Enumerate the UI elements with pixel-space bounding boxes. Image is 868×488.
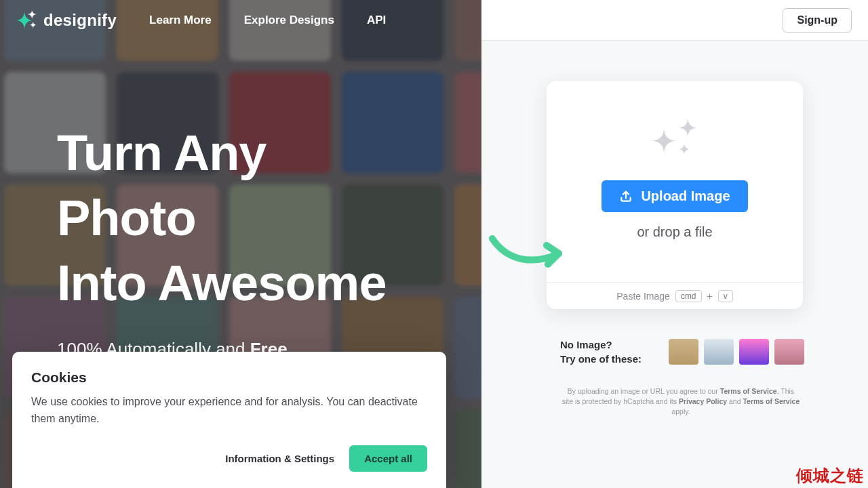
cookie-title: Cookies <box>31 369 427 386</box>
sample-thumb-2[interactable] <box>704 339 734 365</box>
logo[interactable]: designify <box>16 10 117 30</box>
upload-icon <box>619 190 633 203</box>
kbd-cmd: cmd <box>675 290 702 302</box>
drop-file-label: or drop a file <box>637 224 712 240</box>
nav-learn-more[interactable]: Learn More <box>149 14 212 27</box>
sample-thumb-3[interactable] <box>739 339 769 365</box>
logo-text: designify <box>43 11 117 30</box>
hero-headline: Turn Any Photo Into Awesome <box>57 121 387 317</box>
nav-api[interactable]: API <box>367 14 386 27</box>
cookie-info-settings[interactable]: Information & Settings <box>225 453 334 464</box>
upload-image-button[interactable]: Upload Image <box>601 180 747 212</box>
logo-sparkle-icon <box>16 10 37 30</box>
paste-hint: Paste Image cmd + v <box>547 282 803 309</box>
upload-panel: Upload Image or drop a file Paste Image … <box>481 0 868 488</box>
cookie-body: We use cookies to improve your experienc… <box>31 394 427 428</box>
sparkle-icon <box>645 110 705 160</box>
kbd-plus: + <box>707 291 713 302</box>
samples-line1: No Image? <box>560 338 642 352</box>
sample-thumb-1[interactable] <box>669 339 698 365</box>
arrow-icon <box>488 230 570 271</box>
sample-images-row: No Image? Try one of these: <box>560 338 804 366</box>
tos-link[interactable]: Terms of Service <box>720 387 777 395</box>
cookie-accept-button[interactable]: Accept all <box>349 445 427 472</box>
paste-label: Paste Image <box>616 291 670 302</box>
upload-card[interactable]: Upload Image or drop a file Paste Image … <box>547 81 803 309</box>
kbd-v: v <box>718 290 733 302</box>
upload-image-label: Upload Image <box>641 188 730 204</box>
top-nav: designify Learn More Explore Designs API <box>0 0 868 41</box>
samples-line2: Try one of these: <box>560 352 642 366</box>
watermark: 倾城之链 <box>796 465 864 487</box>
nav-explore-designs[interactable]: Explore Designs <box>244 14 334 27</box>
legal-text: By uploading an image or URL you agree t… <box>561 386 800 418</box>
cookie-dialog: Cookies We use cookies to improve your e… <box>12 352 446 488</box>
sample-thumb-4[interactable] <box>774 339 804 365</box>
tos-link-2[interactable]: Terms of Service <box>743 397 800 405</box>
privacy-policy-link[interactable]: Privacy Policy <box>679 397 727 405</box>
